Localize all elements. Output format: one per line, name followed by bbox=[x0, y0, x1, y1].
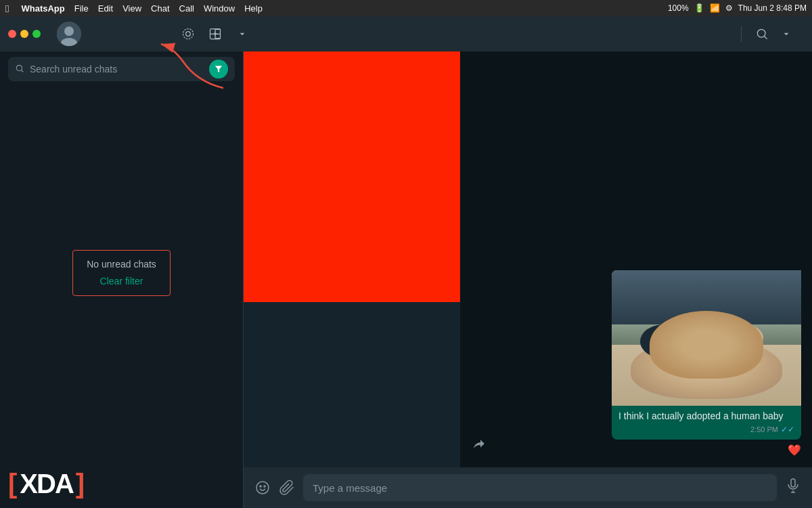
title-divider bbox=[741, 26, 742, 42]
new-chat-icon[interactable] bbox=[206, 24, 225, 43]
svg-point-6 bbox=[757, 29, 765, 37]
xda-logo-area: [ XDA ] bbox=[0, 459, 243, 508]
sidebar: No unread chats Clear filter [ XDA ] bbox=[0, 51, 244, 508]
title-bar-right bbox=[252, 24, 804, 43]
message-time: 2:50 PM bbox=[750, 425, 778, 433]
traffic-lights bbox=[8, 30, 41, 38]
xda-text: XDA bbox=[20, 470, 72, 497]
menu-call[interactable]: Call bbox=[179, 3, 194, 14]
menu-app-name[interactable]: WhatsApp bbox=[21, 3, 64, 14]
main-content: No unread chats Clear filter [ XDA ] bbox=[0, 51, 812, 508]
xda-bracket-open: [ bbox=[8, 470, 17, 497]
maximize-button[interactable] bbox=[32, 30, 41, 38]
no-unread-text: No unread chats bbox=[87, 259, 156, 270]
dropdown-icon[interactable] bbox=[233, 24, 252, 43]
avatar[interactable] bbox=[57, 22, 81, 46]
close-button[interactable] bbox=[8, 30, 16, 38]
svg-point-3 bbox=[186, 32, 191, 37]
search-area bbox=[0, 51, 243, 87]
xda-bracket-close: ] bbox=[76, 470, 85, 497]
wifi-icon: 📶 bbox=[710, 3, 720, 13]
svg-point-11 bbox=[264, 486, 265, 487]
mic-button[interactable] bbox=[785, 478, 801, 498]
forward-icon[interactable] bbox=[474, 437, 487, 454]
chat-list-area: No unread chats Clear filter bbox=[0, 87, 243, 459]
battery-icon: 🔋 bbox=[694, 3, 704, 13]
menu-file[interactable]: File bbox=[74, 3, 89, 14]
menu-bar:  WhatsApp File Edit View Chat Call Wind… bbox=[0, 0, 812, 16]
message-text: I think I actually adopted a human baby bbox=[618, 410, 794, 423]
search-magnifier-icon bbox=[15, 64, 24, 75]
attach-button[interactable] bbox=[279, 480, 295, 496]
svg-point-9 bbox=[256, 482, 269, 494]
datetime: Thu Jun 2 8:48 PM bbox=[738, 3, 807, 13]
svg-point-4 bbox=[183, 29, 194, 39]
svg-rect-12 bbox=[791, 479, 795, 487]
message-text-area: I think I actually adopted a human baby … bbox=[612, 406, 801, 440]
svg-point-1 bbox=[64, 26, 74, 36]
menu-edit[interactable]: Edit bbox=[98, 3, 113, 14]
title-bar bbox=[0, 16, 812, 51]
svg-point-7 bbox=[16, 65, 22, 70]
svg-point-10 bbox=[260, 486, 261, 487]
filter-button[interactable] bbox=[209, 60, 228, 79]
message-input-bar bbox=[244, 467, 812, 508]
emoji-button[interactable] bbox=[254, 480, 271, 496]
menu-window[interactable]: Window bbox=[204, 3, 235, 14]
menu-bar-left:  WhatsApp File Edit View Chat Call Wind… bbox=[5, 3, 263, 14]
dog-photo bbox=[612, 270, 801, 406]
title-bar-icons bbox=[179, 24, 252, 43]
search-input[interactable] bbox=[30, 64, 204, 75]
more-options-icon[interactable] bbox=[777, 24, 796, 43]
apple-icon[interactable]:  bbox=[5, 3, 9, 14]
battery-percent: 100% bbox=[668, 3, 689, 13]
no-unread-box: No unread chats Clear filter bbox=[72, 250, 171, 296]
message-image bbox=[612, 270, 801, 406]
app-window: No unread chats Clear filter [ XDA ] bbox=[0, 16, 812, 508]
xda-logo: [ XDA ] bbox=[8, 470, 235, 497]
system-icon: ⚙ bbox=[725, 3, 733, 13]
messages-area: I think I actually adopted a human baby … bbox=[244, 51, 812, 467]
message-read-ticks: ✓✓ bbox=[781, 425, 794, 434]
chat-area: I think I actually adopted a human baby … bbox=[244, 51, 812, 508]
heart-reaction: ❤️ bbox=[788, 444, 801, 457]
menu-chat[interactable]: Chat bbox=[151, 3, 169, 14]
search-wrapper bbox=[8, 57, 235, 81]
menu-view[interactable]: View bbox=[122, 3, 141, 14]
message-meta: 2:50 PM ✓✓ bbox=[618, 425, 794, 434]
message-bubble: I think I actually adopted a human baby … bbox=[612, 270, 801, 440]
clear-filter-button[interactable]: Clear filter bbox=[100, 276, 143, 287]
title-bar-left bbox=[8, 22, 252, 46]
menu-bar-right: 100% 🔋 📶 ⚙ Thu Jun 2 8:48 PM bbox=[668, 3, 807, 13]
search-icon[interactable] bbox=[752, 24, 771, 43]
menu-help[interactable]: Help bbox=[244, 3, 263, 14]
stories-icon[interactable] bbox=[179, 24, 198, 43]
message-input[interactable] bbox=[303, 474, 777, 501]
minimize-button[interactable] bbox=[20, 30, 28, 38]
